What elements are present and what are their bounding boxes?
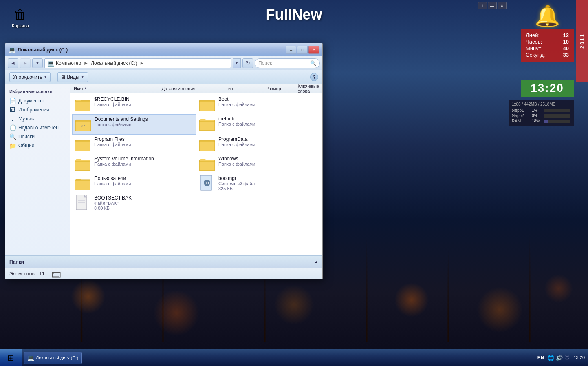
sidebar-item-recent[interactable]: 🕒 Недавно изменён... (5, 123, 70, 132)
file-entry-boot[interactable]: Boot Папка с файлами (196, 95, 321, 114)
col-header-keywords[interactable]: Ключевые слова (296, 84, 321, 93)
file-entry-program-files[interactable]: Program Files Папка с файлами (72, 135, 196, 154)
file-entry-users[interactable]: Пользователи Папка с файлами (72, 174, 196, 193)
file-name-docs-settings: Documents and Settings (95, 116, 148, 122)
back-button[interactable]: ◄ (8, 58, 18, 68)
address-dropdown[interactable]: ▼ (233, 58, 241, 68)
file-entry-svi[interactable]: System Volume Information Папка с файлам… (72, 154, 196, 174)
sidebar-item-public[interactable]: 📁 Общие (5, 141, 70, 150)
address-chevron-2: ► (140, 60, 145, 66)
title-bar-text: Локальный диск (C:) (18, 47, 286, 53)
organize-button[interactable]: Упорядочить ▼ (9, 72, 51, 82)
svg-rect-20 (199, 121, 215, 122)
file-entry-bootsect[interactable]: BOOTSECT.BAK Файл "BAK" 8,00 КБ (72, 193, 196, 213)
ram-value: 18% (532, 119, 542, 123)
file-subtype-boot: Папка с файлами (218, 102, 255, 107)
views-chevron: ▼ (81, 75, 84, 79)
refresh-button[interactable]: ↻ (242, 58, 253, 68)
minimize-button[interactable]: – (286, 46, 296, 54)
explorer-window: 💻 Локальный диск (C:) – □ ✕ ◄ ► ▼ 💻 Комп… (5, 43, 323, 279)
file-name-users: Пользователи (94, 175, 131, 181)
sidebar-item-images[interactable]: 🖼 Изображения (5, 105, 70, 114)
start-button[interactable]: ⊞ (0, 349, 22, 366)
file-entry-recycle[interactable]: $RECYCLE.BIN Папка с файлами (72, 95, 196, 114)
taskbar-clock[interactable]: 13:20 (573, 355, 585, 360)
items-label: Элементов: (9, 271, 36, 277)
organize-chevron: ▼ (44, 75, 47, 79)
folder-icon-users (75, 175, 91, 192)
file-info-bootsect: BOOTSECT.BAK Файл "BAK" 8,00 КБ (94, 195, 132, 211)
file-entry-windows[interactable]: Windows Папка с файлами (196, 154, 321, 174)
svg-rect-2 (75, 102, 90, 111)
year-label: 2011 (579, 33, 585, 49)
sidebar-item-documents[interactable]: 📄 Документы (5, 96, 70, 105)
folder-icon-recycle (75, 96, 91, 113)
organize-label: Упорядочить (13, 74, 42, 80)
tray-security-icon: 🛡 (564, 355, 570, 361)
win-ctrl-close[interactable]: × (498, 2, 507, 9)
win-ctrl-minimize[interactable]: — (488, 2, 497, 9)
ram-bar-bg (544, 120, 570, 123)
hours-value: 10 (563, 39, 569, 45)
minutes-value: 40 (563, 45, 569, 51)
documents-icon: 📄 (9, 98, 16, 104)
sysmon-widget: 1x86 / 442MB / 2518MB Ядро1 1% Ядро2 0% … (509, 100, 574, 126)
file-info-bootmgr: bootmgr Системный файл 325 КБ (218, 175, 255, 191)
recent-locations-button[interactable]: ▼ (32, 58, 43, 68)
close-button[interactable]: ✕ (308, 46, 319, 54)
core1-bar (544, 109, 544, 112)
taskbar: ⊞ 💻 Локальный диск (C:) EN 🌐 🔊 🛡 13:20 (0, 349, 588, 366)
help-button[interactable]: ? (310, 73, 318, 81)
win-ctrl-add[interactable]: + (478, 2, 487, 9)
title-bar: 💻 Локальный диск (C:) – □ ✕ (5, 43, 322, 56)
svg-rect-30 (199, 141, 215, 142)
folder-icon-programdata (199, 136, 215, 153)
file-size-bootmgr: 325 КБ (218, 186, 255, 191)
file-subtype-users: Папка с файлами (94, 181, 131, 186)
recycle-bin-icon[interactable]: 🗑 Корзина (6, 6, 35, 28)
col-header-size[interactable]: Размер (264, 86, 296, 91)
music-icon: ♫ (9, 115, 16, 122)
bells-widget: 🔔 (521, 4, 574, 28)
taskbar-item-explorer[interactable]: 💻 Локальный диск (C:) (24, 352, 82, 364)
sidebar-item-music[interactable]: ♫ Музыка (5, 114, 70, 123)
file-entry-bootmgr[interactable]: ⚙ bootmgr Системный файл 325 КБ (196, 174, 321, 193)
forward-button[interactable]: ► (20, 58, 31, 68)
public-icon: 📁 (9, 142, 16, 149)
col-header-date[interactable]: Дата изменения (160, 86, 224, 91)
search-box[interactable]: Поиск 🔍 (255, 58, 320, 68)
taskbar-item-explorer-icon: 💻 (27, 355, 34, 361)
sysmon-header: 1x86 / 442MB / 2518MB (512, 102, 570, 106)
col-header-type[interactable]: Тип (224, 86, 264, 91)
file-subtype-bootsect: Файл "BAK" (94, 201, 132, 206)
address-chevron-1: ► (84, 60, 88, 66)
documents-label: Документы (18, 98, 44, 104)
toolbar: Упорядочить ▼ ⊞ Виды ▼ ? (5, 70, 322, 84)
svg-text:⚙: ⚙ (205, 181, 209, 185)
file-entry-docs-settings[interactable]: ↩ Documents and Settings Папка с файлами (72, 114, 196, 135)
address-bar[interactable]: 💻 Компьютер ► Локальный диск (C:) ► (44, 58, 231, 68)
folders-panel[interactable]: Папки ▲ (5, 255, 322, 268)
views-button[interactable]: ⊞ Виды ▼ (57, 72, 88, 82)
sidebar-item-searches[interactable]: 🔍 Поиски (5, 132, 70, 141)
fullnew-title: FullNew (266, 6, 322, 23)
file-name-inetpub: inetpub (218, 116, 255, 122)
file-entry-programdata[interactable]: ProgramData Папка с файлами (196, 135, 321, 154)
sysmon-core1-row: Ядро1 1% (512, 108, 570, 113)
search-icon: 🔍 (310, 60, 316, 66)
maximize-button[interactable]: □ (297, 46, 308, 54)
column-headers: Имя ▲ Дата изменения Тип Размер Ключевые… (70, 84, 322, 93)
music-label: Музыка (18, 116, 35, 122)
svg-rect-8 (199, 102, 215, 111)
file-info-inetpub: inetpub Папка с файлами (218, 116, 255, 126)
file-name-boot: Boot (218, 96, 255, 102)
file-entry-inetpub[interactable]: inetpub Папка с файлами (196, 114, 321, 135)
folder-icon-docs-settings: ↩ (75, 116, 91, 133)
recycle-bin-image: 🗑 (12, 6, 29, 22)
file-info-svi: System Volume Information Папка с файлам… (94, 156, 154, 166)
days-value: 12 (563, 32, 569, 38)
svg-rect-25 (75, 141, 90, 142)
col-header-name[interactable]: Имя ▲ (72, 86, 160, 91)
hours-label: Часов: (526, 39, 542, 45)
file-info-program-files: Program Files Папка с файлами (94, 136, 131, 147)
